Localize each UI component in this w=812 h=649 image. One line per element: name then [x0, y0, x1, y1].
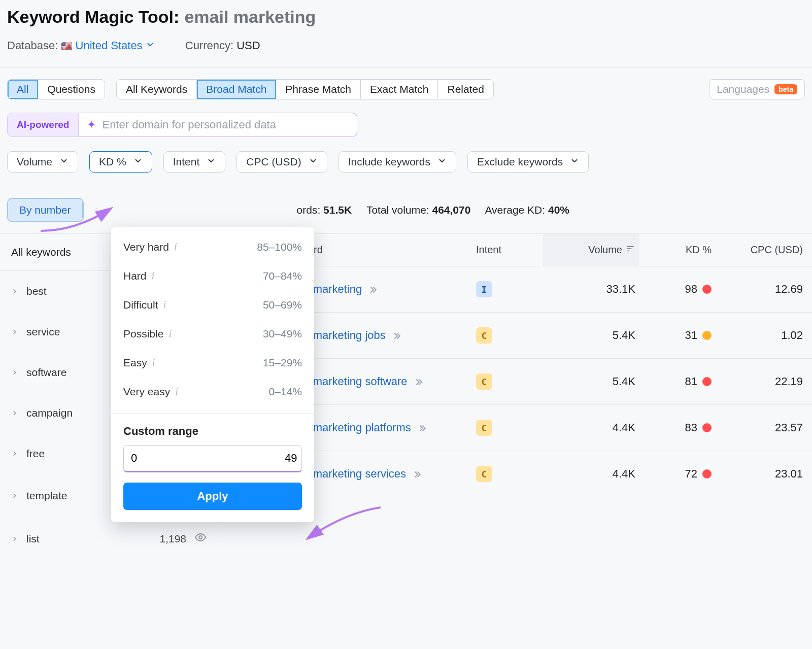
kd-option-range: 85–100% [257, 241, 302, 253]
intent-cell: C [472, 420, 543, 436]
info-icon[interactable]: i [175, 385, 178, 398]
range-from-input[interactable] [124, 446, 278, 471]
intent-cell: C [472, 327, 543, 344]
cpc-filter-label: CPC (USD) [246, 156, 301, 168]
page-title: Keyword Magic Tool: email marketing [7, 7, 805, 27]
keywords-count-value: 51.5K [323, 204, 352, 216]
sidebar-item-label: service [26, 326, 60, 338]
col-volume[interactable]: Volume [543, 234, 639, 266]
kd-option[interactable]: Difficulti50–69% [111, 290, 314, 319]
kd-option-label: Hard [123, 270, 147, 282]
kd-option-range: 70–84% [263, 270, 302, 282]
intent-badge: C [476, 420, 492, 436]
kd-option[interactable]: Easyi15–29% [111, 348, 314, 377]
difficulty-dot-icon [702, 423, 712, 432]
chevron-down-icon [309, 156, 318, 168]
include-keywords-label: Include keywords [348, 156, 430, 168]
kd-option-label: Difficult [123, 299, 158, 311]
sidebar-item-label: free [26, 448, 45, 460]
tab-exact-match[interactable]: Exact Match [361, 80, 438, 99]
chevron-down-icon [207, 156, 216, 168]
info-icon[interactable]: i [152, 356, 155, 369]
kd-cell: 31 [639, 329, 716, 342]
keywords-count-label: ords: [297, 204, 324, 216]
tab-questions[interactable]: Questions [38, 80, 105, 99]
col-cpc[interactable]: CPC (USD) [716, 234, 807, 266]
tab-all[interactable]: All [8, 80, 38, 99]
intent-badge: I [476, 281, 492, 297]
cpc-cell: 1.02 [716, 329, 807, 342]
tab-all-keywords[interactable]: All Keywords [117, 80, 197, 99]
database-value: United States [76, 39, 143, 52]
languages-label: Languages [717, 83, 769, 95]
tool-name: Keyword Magic Tool: [7, 7, 179, 27]
domain-input[interactable] [102, 118, 346, 131]
kd-filter-label: KD % [99, 156, 126, 168]
question-toggle-group: All Questions [7, 79, 105, 99]
kd-option[interactable]: Hardi70–84% [111, 261, 314, 290]
eye-icon[interactable] [194, 531, 207, 546]
tab-broad-match[interactable]: Broad Match [197, 80, 276, 99]
database-selector[interactable]: Database: 🇺🇸 United States [7, 39, 155, 52]
sidebar-item-label: list [26, 533, 40, 545]
intent-cell: C [472, 466, 543, 482]
kd-cell: 72 [639, 467, 716, 481]
kd-option-range: 30–49% [263, 328, 302, 340]
kd-option[interactable]: Very easyi0–14% [111, 377, 314, 406]
currency-label: Currency: [185, 39, 233, 52]
kd-filter[interactable]: KD % [89, 151, 152, 173]
tab-phrase-match[interactable]: Phrase Match [276, 80, 361, 99]
chevron-right-icon [11, 533, 18, 545]
col-intent[interactable]: Intent [472, 234, 543, 266]
difficulty-dot-icon [702, 331, 712, 340]
volume-cell: 5.4K [543, 329, 639, 342]
info-icon[interactable]: i [168, 327, 172, 340]
volume-cell: 4.4K [543, 467, 639, 481]
custom-range-inputs [123, 445, 302, 472]
sparkle-icon: ✦ [87, 118, 96, 131]
info-icon[interactable]: i [152, 269, 155, 282]
chevron-right-icon [11, 407, 18, 419]
chevron-right-icon [11, 285, 18, 297]
difficulty-dot-icon [702, 285, 712, 294]
kd-option-label: Very easy [123, 386, 170, 398]
cpc-filter[interactable]: CPC (USD) [236, 151, 327, 173]
intent-filter[interactable]: Intent [163, 151, 226, 173]
sidebar-item-count: 1,198 [159, 533, 186, 545]
sidebar-item[interactable]: list1,198 [0, 517, 218, 560]
volume-cell: 4.4K [543, 421, 639, 434]
total-volume-value: 464,070 [432, 204, 471, 216]
kd-option-label: Possible [123, 328, 163, 340]
info-icon[interactable]: i [163, 298, 166, 311]
kd-option[interactable]: Possiblei30–49% [111, 319, 314, 348]
chevron-right-icon [11, 326, 18, 338]
avg-kd-label: Average KD: [485, 204, 545, 216]
languages-button[interactable]: Languages beta [709, 79, 805, 99]
stats-summary: ords: 51.5K Total volume: 464,070 Averag… [297, 204, 569, 216]
intent-badge: C [476, 466, 492, 482]
ai-input-container: ✦ [79, 113, 357, 137]
tab-related[interactable]: Related [438, 80, 493, 99]
sidebar-item-label: best [26, 285, 47, 297]
kd-option-label: Very hard [123, 241, 169, 253]
exclude-keywords-filter[interactable]: Exclude keywords [467, 151, 589, 173]
volume-filter[interactable]: Volume [7, 151, 78, 173]
include-keywords-filter[interactable]: Include keywords [339, 151, 456, 173]
open-icon [411, 375, 424, 388]
range-to-input[interactable] [278, 446, 302, 471]
chevron-down-icon [59, 156, 69, 168]
kd-cell: 81 [639, 375, 716, 388]
beta-badge: beta [774, 84, 797, 94]
cpc-cell: 22.19 [716, 375, 807, 388]
volume-cell: 5.4K [543, 375, 639, 388]
col-kd[interactable]: KD % [639, 234, 716, 266]
apply-button[interactable]: Apply [123, 483, 302, 510]
difficulty-dot-icon [702, 377, 712, 386]
info-icon[interactable]: i [174, 241, 177, 253]
kd-option-label: Easy [123, 357, 147, 369]
sort-by-number[interactable]: By number [8, 199, 83, 221]
sidebar-item-label: software [26, 366, 66, 379]
currency-value: USD [236, 39, 260, 52]
kd-option[interactable]: Very hardi85–100% [111, 232, 314, 261]
intent-cell: I [472, 281, 543, 297]
